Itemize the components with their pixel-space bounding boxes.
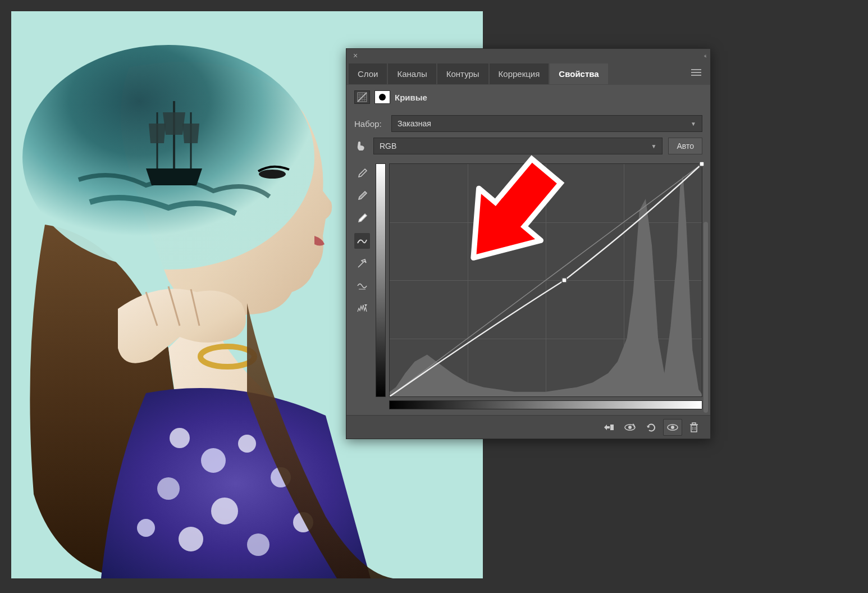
svg-rect-39 xyxy=(692,423,696,425)
curves-tools xyxy=(354,163,370,409)
eyedropper-gray-icon[interactable] xyxy=(354,188,370,204)
curves-graph[interactable] xyxy=(389,163,702,397)
targeted-adjustment-icon[interactable] xyxy=(354,139,368,153)
preset-value: Заказная xyxy=(398,119,431,128)
smooth-icon[interactable] xyxy=(354,278,370,294)
panel-tabs: Слои Каналы Контуры Коррекция Свойства xyxy=(346,62,710,85)
tab-paths[interactable]: Контуры xyxy=(437,63,488,84)
collapse-icon[interactable]: ‹‹ xyxy=(704,52,706,59)
tab-properties[interactable]: Свойства xyxy=(550,63,607,84)
chevron-down-icon: ▼ xyxy=(651,143,657,149)
draw-curve-icon[interactable] xyxy=(354,256,370,271)
tab-correction[interactable]: Коррекция xyxy=(490,63,549,84)
svg-point-16 xyxy=(137,519,155,537)
panel-content: Набор: Заказная ▼ RGB ▼ Авто xyxy=(346,110,710,415)
svg-point-14 xyxy=(247,533,269,556)
toggle-visibility-icon[interactable] xyxy=(663,419,682,436)
chevron-down-icon: ▼ xyxy=(691,121,696,127)
panel-footer xyxy=(346,415,710,439)
eyedropper-white-icon[interactable] xyxy=(354,211,370,226)
svg-rect-35 xyxy=(691,425,697,432)
layer-mask-icon[interactable] xyxy=(374,90,390,104)
histogram-clip-icon[interactable] xyxy=(354,300,370,316)
curve-point-white[interactable] xyxy=(700,162,705,167)
svg-point-5 xyxy=(259,170,286,179)
adjustment-title: Кривые xyxy=(395,93,427,102)
tab-channels[interactable]: Каналы xyxy=(388,63,436,84)
svg-rect-30 xyxy=(610,425,614,430)
delete-icon[interactable] xyxy=(684,419,703,436)
svg-point-8 xyxy=(201,448,226,473)
svg-point-10 xyxy=(157,477,180,500)
view-previous-icon[interactable] xyxy=(620,419,639,436)
svg-point-9 xyxy=(238,435,256,453)
clip-to-layer-icon[interactable] xyxy=(599,419,618,436)
close-icon[interactable]: × xyxy=(351,51,360,60)
reset-icon[interactable] xyxy=(642,419,661,436)
eyedropper-black-icon[interactable] xyxy=(354,166,370,181)
input-gradient xyxy=(389,400,702,409)
panel-scrollbar[interactable] xyxy=(703,222,708,413)
curve-point[interactable] xyxy=(562,278,567,283)
auto-button[interactable]: Авто xyxy=(668,138,702,154)
svg-point-13 xyxy=(179,527,203,551)
svg-point-11 xyxy=(211,498,238,524)
edit-points-icon[interactable] xyxy=(354,233,370,249)
properties-panel: × ‹‹ Слои Каналы Контуры Коррекция Свойс… xyxy=(346,48,711,439)
tab-layers[interactable]: Слои xyxy=(349,63,387,84)
panel-titlebar[interactable]: × ‹‹ xyxy=(346,49,710,62)
svg-point-32 xyxy=(628,426,632,429)
preset-label: Набор: xyxy=(354,119,386,129)
curves-adjustment-icon[interactable] xyxy=(354,90,370,104)
preset-select[interactable]: Заказная ▼ xyxy=(391,115,702,132)
adjustment-header: Кривые xyxy=(346,85,710,110)
histogram xyxy=(390,164,702,396)
channel-value: RGB xyxy=(380,142,396,150)
channel-select[interactable]: RGB ▼ xyxy=(373,138,663,154)
output-gradient xyxy=(376,163,386,397)
panel-menu-icon[interactable] xyxy=(684,69,708,79)
svg-point-34 xyxy=(671,426,674,429)
svg-point-7 xyxy=(170,428,190,448)
svg-point-1 xyxy=(22,45,314,270)
